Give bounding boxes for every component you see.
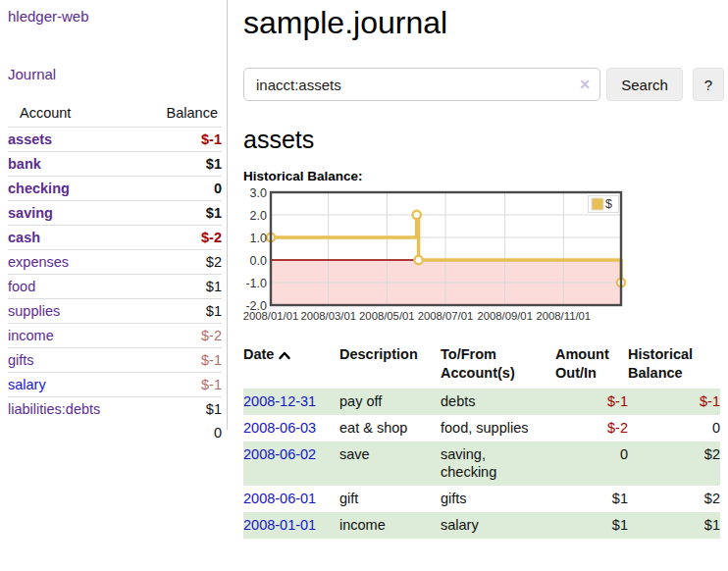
svg-text:$: $ xyxy=(605,197,612,211)
accounts-table: Account Balance assets$-1bank$1checking0… xyxy=(8,101,222,444)
accounts-header-row: Account Balance xyxy=(8,101,222,128)
transaction-date-link[interactable]: 2008-06-03 xyxy=(243,420,316,436)
svg-text:0.0: 0.0 xyxy=(250,254,267,268)
main-content: sample.journal ✕ Search ? assets Histori… xyxy=(243,0,726,539)
account-link-saving[interactable]: saving xyxy=(8,205,53,221)
account-row: liabilities:debts$1 xyxy=(8,397,222,422)
transaction-date-link[interactable]: 2008-06-01 xyxy=(243,491,316,506)
register-date-cell: 2008-06-03 xyxy=(243,415,339,441)
register-description-cell: gift xyxy=(339,486,441,512)
register-row: 2008-01-01incomesalary$1$1 xyxy=(243,512,720,539)
register-amount-cell: $1 xyxy=(555,486,628,512)
account-link-liabilities-debts[interactable]: liabilities:debts xyxy=(8,401,100,417)
sort-ascending-icon xyxy=(279,347,290,363)
register-balance-cell: $-1 xyxy=(628,389,720,415)
svg-text:2008/11/01: 2008/11/01 xyxy=(536,310,591,322)
account-balance: $-1 xyxy=(141,128,222,152)
svg-text:1.0: 1.0 xyxy=(250,232,267,245)
account-balance: 0 xyxy=(141,177,222,201)
register-balance-cell: $2 xyxy=(628,486,720,512)
register-amount-cell: $1 xyxy=(555,512,628,539)
svg-text:2008/01/01: 2008/01/01 xyxy=(243,310,299,322)
register-accounts-cell: food, supplies xyxy=(441,415,555,441)
balance-column-header-register: HistoricalBalance xyxy=(628,343,720,389)
account-link-supplies[interactable]: supplies xyxy=(8,303,60,319)
account-link-assets[interactable]: assets xyxy=(8,131,52,147)
account-balance: $1 xyxy=(141,275,222,299)
account-link-gifts[interactable]: gifts xyxy=(8,352,34,368)
account-column-header: Account xyxy=(8,101,141,128)
svg-text:2.0: 2.0 xyxy=(250,209,267,223)
account-balance: $-2 xyxy=(141,324,222,348)
account-balance: $-1 xyxy=(141,348,222,373)
account-balance: $1 xyxy=(141,397,222,422)
amount-column-header: AmountOut/In xyxy=(555,343,628,389)
register-table: Date Description To/FromAccount(s) Amoun… xyxy=(243,343,720,539)
account-balance: $1 xyxy=(141,201,222,226)
account-row: salary$-1 xyxy=(8,373,222,397)
register-accounts-cell: saving, checking xyxy=(441,441,555,486)
svg-text:2008/05/01: 2008/05/01 xyxy=(359,310,415,322)
transaction-date-link[interactable]: 2008-06-02 xyxy=(243,446,316,462)
svg-text:2008/09/01: 2008/09/01 xyxy=(477,310,533,322)
register-amount-cell: 0 xyxy=(555,441,628,486)
register-description-cell: save xyxy=(339,441,441,486)
svg-text:-1.0: -1.0 xyxy=(245,277,267,290)
account-row: bank$1 xyxy=(8,152,222,177)
help-button[interactable]: ? xyxy=(693,68,724,101)
register-date-cell: 2008-06-01 xyxy=(243,486,339,512)
search-bar: ✕ Search ? xyxy=(243,68,726,101)
account-balance: $2 xyxy=(141,250,222,275)
register-row: 2008-06-03eat & shopfood, supplies$-20 xyxy=(243,415,720,441)
transaction-date-link[interactable]: 2008-12-31 xyxy=(243,393,316,409)
account-link-bank[interactable]: bank xyxy=(8,156,41,172)
historical-balance-chart: $3.02.01.00.0-1.0-2.02008/01/012008/03/0… xyxy=(243,188,726,328)
account-row: income$-2 xyxy=(8,324,222,348)
account-link-checking[interactable]: checking xyxy=(8,181,70,196)
app-title-link[interactable]: hledger-web xyxy=(8,8,89,25)
description-column-header: Description xyxy=(339,343,441,389)
register-description-cell: income xyxy=(339,512,441,539)
account-heading: assets xyxy=(243,126,726,154)
register-body: 2008-12-31pay offdebts$-1$-12008-06-03ea… xyxy=(243,389,720,539)
search-button[interactable]: Search xyxy=(606,68,683,101)
account-balance: $-1 xyxy=(141,373,222,397)
total-spacer xyxy=(8,421,141,444)
register-accounts-cell: debts xyxy=(441,389,555,415)
account-link-cash[interactable]: cash xyxy=(8,230,40,245)
register-accounts-cell: salary xyxy=(441,512,555,539)
accounts-body: assets$-1bank$1checking0saving$1cash$-2e… xyxy=(8,128,222,422)
total-balance: 0 xyxy=(141,421,222,444)
transaction-date-link[interactable]: 2008-01-01 xyxy=(243,517,316,533)
account-link-salary[interactable]: salary xyxy=(8,377,46,392)
svg-text:2008/07/01: 2008/07/01 xyxy=(418,310,474,322)
account-link-income[interactable]: income xyxy=(8,328,54,343)
date-column-header[interactable]: Date xyxy=(243,343,339,389)
register-row: 2008-06-02savesaving, checking0$2 xyxy=(243,441,720,486)
sidebar-item-journal[interactable]: Journal xyxy=(8,66,227,82)
account-row: assets$-1 xyxy=(8,128,222,152)
register-balance-cell: 0 xyxy=(628,415,720,441)
page-title: sample.journal xyxy=(243,5,726,41)
register-row: 2008-12-31pay offdebts$-1$-1 xyxy=(243,389,720,415)
register-date-cell: 2008-12-31 xyxy=(243,389,339,415)
account-balance: $1 xyxy=(141,299,222,324)
register-balance-cell: $1 xyxy=(628,512,720,539)
account-row: expenses$2 xyxy=(8,250,222,275)
sidebar: hledger-web Journal Account Balance asse… xyxy=(0,0,228,430)
chart-label: Historical Balance: xyxy=(243,169,726,183)
register-date-cell: 2008-01-01 xyxy=(243,512,339,539)
search-input[interactable] xyxy=(243,68,600,101)
register-balance-cell: $2 xyxy=(628,441,720,486)
accounts-column-header: To/FromAccount(s) xyxy=(441,343,555,389)
register-description-cell: eat & shop xyxy=(339,415,441,441)
register-amount-cell: $-1 xyxy=(555,389,628,415)
svg-text:3.0: 3.0 xyxy=(250,186,267,200)
clear-search-icon[interactable]: ✕ xyxy=(579,76,591,93)
account-row: supplies$1 xyxy=(8,299,222,324)
account-row: checking0 xyxy=(8,177,222,201)
register-header-row: Date Description To/FromAccount(s) Amoun… xyxy=(243,343,720,389)
register-amount-cell: $-2 xyxy=(555,415,628,441)
account-link-food[interactable]: food xyxy=(8,279,35,294)
account-link-expenses[interactable]: expenses xyxy=(8,254,69,270)
